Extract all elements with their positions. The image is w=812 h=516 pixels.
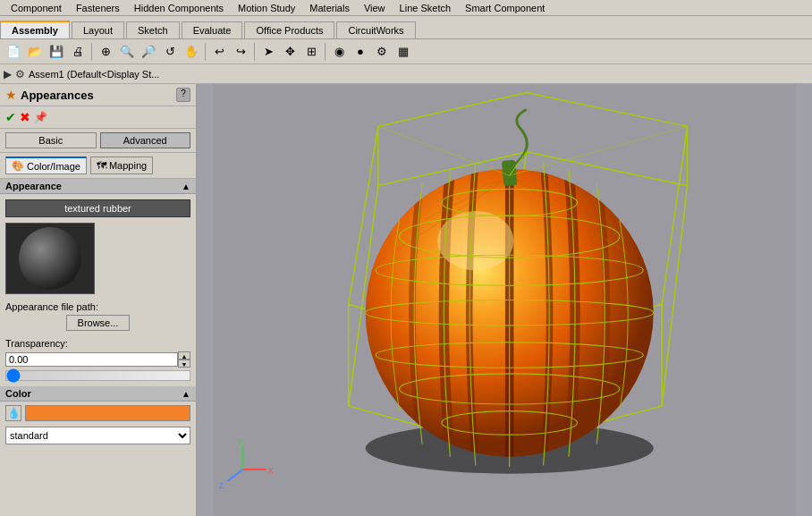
eyedropper-btn[interactable]: 💧 bbox=[5, 405, 21, 421]
tb-pan[interactable]: ✋ bbox=[182, 42, 201, 62]
mode-bar: Basic Advanced bbox=[0, 129, 196, 153]
color-collapse-btn[interactable]: ▲ bbox=[182, 389, 190, 399]
tab-office-products[interactable]: Office Products bbox=[244, 21, 334, 38]
tb-undo[interactable]: ↩ bbox=[209, 42, 229, 62]
viewport[interactable]: X Y Z bbox=[197, 84, 812, 516]
svg-text:Y: Y bbox=[238, 437, 243, 446]
tb-sep4 bbox=[325, 43, 326, 61]
menu-fasteners[interactable]: Fasteners bbox=[69, 2, 127, 14]
file-path-label: Appearance file path: bbox=[5, 301, 190, 312]
tb-display-mode[interactable]: ◉ bbox=[329, 42, 349, 62]
spin-down-btn[interactable]: ▼ bbox=[178, 360, 190, 368]
confirm-bar: ✔ ✖ 📌 bbox=[0, 106, 196, 129]
tb-open-btn[interactable]: 📂 bbox=[25, 42, 45, 62]
tb-rotate[interactable]: ↺ bbox=[160, 42, 180, 62]
menu-motion-study[interactable]: Motion Study bbox=[231, 2, 302, 14]
confirm-cancel-btn[interactable]: ✖ bbox=[20, 110, 30, 124]
tb-zoom-out[interactable]: 🔎 bbox=[139, 42, 158, 62]
tb-zoom-in[interactable]: 🔍 bbox=[117, 42, 137, 62]
appearance-section-header: Appearance ▲ bbox=[0, 179, 196, 194]
subtab-bar: 🎨 Color/Image 🗺 Mapping bbox=[0, 153, 196, 179]
appearance-name[interactable]: textured rubber bbox=[5, 199, 190, 217]
breadcrumb-icon: ▶ bbox=[4, 68, 12, 80]
viewport-canvas: X Y Z bbox=[197, 84, 812, 516]
preview-area bbox=[5, 223, 95, 294]
tb-redo[interactable]: ↪ bbox=[231, 42, 250, 62]
left-panel: ★ Appearances ? ✔ ✖ 📌 Basic Advanced 🎨 C… bbox=[0, 84, 197, 516]
tab-evaluate[interactable]: Evaluate bbox=[182, 21, 243, 38]
confirm-ok-btn[interactable]: ✔ bbox=[5, 110, 16, 124]
toolbar: 📄 📂 💾 🖨 ⊕ 🔍 🔎 ↺ ✋ ↩ ↪ ➤ ✥ ⊞ ◉ ● ⚙ ▦ bbox=[0, 39, 812, 64]
tb-sep1 bbox=[91, 43, 92, 61]
tb-new-btn[interactable]: 📄 bbox=[4, 42, 23, 62]
menu-materials[interactable]: Materials bbox=[302, 2, 357, 14]
subtab-mapping-label: Mapping bbox=[109, 160, 147, 171]
tab-layout[interactable]: Layout bbox=[72, 21, 124, 38]
subtab-mapping[interactable]: 🗺 Mapping bbox=[90, 156, 153, 174]
menu-hidden-components[interactable]: Hidden Components bbox=[127, 2, 231, 14]
mode-basic-btn[interactable]: Basic bbox=[5, 132, 97, 148]
panel-content: Appearance ▲ textured rubber Appearance … bbox=[0, 179, 196, 516]
tab-assembly[interactable]: Assembly bbox=[0, 21, 70, 38]
transparency-section: Transparency: ▲ ▼ bbox=[0, 334, 196, 386]
tb-sep3 bbox=[254, 43, 255, 61]
appearance-collapse-btn[interactable]: ▲ bbox=[182, 182, 190, 191]
color-swatch-row: 💧 bbox=[0, 402, 196, 425]
transparency-slider[interactable] bbox=[5, 370, 190, 381]
color-section-header: Color ▲ bbox=[0, 386, 196, 402]
tab-circuitworks[interactable]: CircuitWorks bbox=[336, 21, 415, 38]
tb-more[interactable]: ▦ bbox=[393, 42, 413, 62]
appearance-section-label: Appearance bbox=[5, 181, 62, 191]
color-section: Color ▲ 💧 standard bbox=[0, 386, 196, 446]
tb-print-btn[interactable]: 🖨 bbox=[68, 42, 88, 62]
standard-row: standard bbox=[0, 425, 196, 446]
tb-options[interactable]: ⚙ bbox=[372, 42, 392, 62]
transparency-label: Transparency: bbox=[5, 338, 190, 349]
tb-move[interactable]: ✥ bbox=[280, 42, 300, 62]
spin-up-btn[interactable]: ▲ bbox=[178, 351, 190, 360]
tb-select[interactable]: ➤ bbox=[258, 42, 278, 62]
breadcrumb-assembly-icon: ⚙ bbox=[15, 68, 25, 80]
menu-smart-component[interactable]: Smart Component bbox=[458, 2, 552, 14]
tb-sep2 bbox=[205, 43, 206, 61]
tab-bar: Assembly Layout Sketch Evaluate Office P… bbox=[0, 16, 812, 39]
transparency-spinner: ▲ ▼ bbox=[178, 351, 190, 368]
preview-sphere bbox=[19, 227, 81, 290]
main-layout: ★ Appearances ? ✔ ✖ 📌 Basic Advanced 🎨 C… bbox=[0, 84, 812, 516]
tb-zoom-fit[interactable]: ⊕ bbox=[96, 42, 115, 62]
breadcrumb-bar: ▶ ⚙ Assem1 (Default<Display St... bbox=[0, 64, 812, 84]
browse-button[interactable]: Browse... bbox=[66, 315, 131, 331]
file-path-section: Appearance file path: Browse... bbox=[0, 298, 196, 334]
subtab-color-image-label: Color/Image bbox=[27, 161, 80, 172]
transparency-input[interactable] bbox=[5, 352, 178, 367]
standard-select[interactable]: standard bbox=[5, 427, 190, 444]
appearances-icon: ★ bbox=[5, 88, 17, 102]
panel-help-btn[interactable]: ? bbox=[176, 88, 190, 102]
transparency-input-row: ▲ ▼ bbox=[5, 351, 190, 368]
mapping-icon: 🗺 bbox=[97, 160, 106, 171]
confirm-pin-btn[interactable]: 📌 bbox=[34, 111, 47, 123]
color-image-icon: 🎨 bbox=[12, 160, 24, 172]
breadcrumb-text: Assem1 (Default<Display St... bbox=[29, 69, 159, 80]
tb-save-btn[interactable]: 💾 bbox=[47, 42, 66, 62]
subtab-color-image[interactable]: 🎨 Color/Image bbox=[5, 156, 87, 174]
color-section-label: Color bbox=[5, 388, 31, 399]
svg-point-12 bbox=[437, 211, 513, 270]
tab-sketch[interactable]: Sketch bbox=[126, 21, 180, 38]
mode-advanced-btn[interactable]: Advanced bbox=[100, 132, 191, 148]
3d-scene-svg: X Y Z bbox=[197, 84, 812, 516]
tb-render[interactable]: ● bbox=[351, 42, 370, 62]
menu-component[interactable]: Component bbox=[4, 2, 69, 14]
svg-text:X: X bbox=[268, 466, 274, 475]
menu-bar: Component Fasteners Hidden Components Mo… bbox=[0, 0, 812, 16]
panel-title: Appearances bbox=[21, 89, 176, 102]
menu-line-sketch[interactable]: Line Sketch bbox=[393, 2, 458, 14]
tb-align[interactable]: ⊞ bbox=[301, 42, 321, 62]
menu-view[interactable]: View bbox=[357, 2, 393, 14]
panel-header: ★ Appearances ? bbox=[0, 84, 196, 106]
svg-text:Z: Z bbox=[219, 481, 224, 490]
color-swatch[interactable] bbox=[25, 405, 190, 421]
